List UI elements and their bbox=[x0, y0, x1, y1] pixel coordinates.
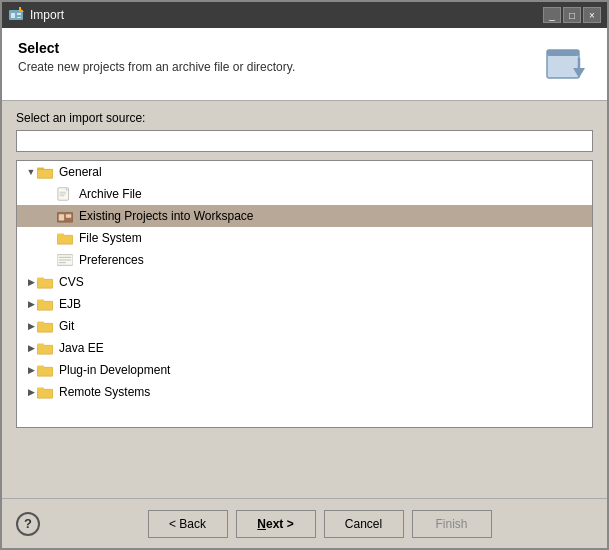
svg-rect-19 bbox=[59, 214, 64, 220]
tree-item-general[interactable]: ▼ General bbox=[17, 161, 592, 183]
header-text: Select Create new projects from an archi… bbox=[18, 40, 295, 74]
window-title: Import bbox=[30, 8, 537, 22]
window-icon bbox=[8, 7, 24, 23]
next-button[interactable]: Next > bbox=[236, 510, 316, 538]
prefs-icon bbox=[57, 253, 75, 267]
header-heading: Select bbox=[18, 40, 295, 56]
svg-rect-34 bbox=[37, 344, 44, 348]
svg-rect-7 bbox=[547, 50, 579, 56]
tree-item-java-ee[interactable]: ▶ Java EE bbox=[17, 337, 592, 359]
folder-icon-ejb bbox=[37, 297, 55, 311]
folder-icon-git bbox=[37, 319, 55, 333]
file-system-label: File System bbox=[79, 231, 142, 245]
existing-projects-label: Existing Projects into Workspace bbox=[79, 209, 254, 223]
archive-file-label: Archive File bbox=[79, 187, 142, 201]
footer-buttons: < Back Next > Cancel Finish bbox=[46, 510, 593, 538]
svg-rect-32 bbox=[37, 322, 44, 326]
tree-container: ▼ General ▶ bbox=[16, 160, 593, 428]
tree-item-ejb[interactable]: ▶ EJB bbox=[17, 293, 592, 315]
svg-rect-28 bbox=[37, 278, 44, 282]
toggle-remote-systems[interactable]: ▶ bbox=[25, 387, 37, 397]
header-section: Select Create new projects from an archi… bbox=[2, 28, 607, 101]
search-input[interactable] bbox=[16, 130, 593, 152]
workspace-icon bbox=[57, 209, 75, 223]
toggle-plugin-dev[interactable]: ▶ bbox=[25, 365, 37, 375]
svg-rect-1 bbox=[11, 13, 15, 18]
import-dialog: Import _ □ × Select Create new projects … bbox=[0, 0, 609, 550]
cancel-label: Cancel bbox=[345, 517, 382, 531]
toggle-general[interactable]: ▼ bbox=[25, 167, 37, 177]
plugin-dev-label: Plug-in Development bbox=[59, 363, 170, 377]
general-label: General bbox=[59, 165, 102, 179]
file-icon-archive bbox=[57, 187, 75, 201]
remote-systems-label: Remote Systems bbox=[59, 385, 150, 399]
content-section: Select an import source: ▼ General bbox=[2, 101, 607, 438]
tree-item-archive-file[interactable]: ▶ Archive File bbox=[17, 183, 592, 205]
tree-item-plugin-dev[interactable]: ▶ Plug-in Development bbox=[17, 359, 592, 381]
git-label: Git bbox=[59, 319, 74, 333]
cvs-label: CVS bbox=[59, 275, 84, 289]
svg-rect-5 bbox=[19, 7, 21, 12]
header-description: Create new projects from an archive file… bbox=[18, 60, 295, 74]
tree-item-preferences[interactable]: ▶ Preferences bbox=[17, 249, 592, 271]
import-icon bbox=[543, 40, 591, 88]
tree-scroll[interactable]: ▼ General ▶ bbox=[17, 161, 592, 427]
tree-item-file-system[interactable]: ▶ File System bbox=[17, 227, 592, 249]
maximize-button[interactable]: □ bbox=[563, 7, 581, 23]
finish-label: Finish bbox=[435, 517, 467, 531]
close-button[interactable]: × bbox=[583, 7, 601, 23]
svg-rect-20 bbox=[66, 214, 71, 218]
toggle-cvs[interactable]: ▶ bbox=[25, 277, 37, 287]
toggle-ejb[interactable]: ▶ bbox=[25, 299, 37, 309]
tree-item-git[interactable]: ▶ Git bbox=[17, 315, 592, 337]
footer: ? < Back Next > Cancel Finish bbox=[2, 498, 607, 548]
back-label: < Back bbox=[169, 517, 206, 531]
svg-rect-36 bbox=[37, 366, 44, 370]
folder-icon-filesystem bbox=[57, 231, 75, 245]
folder-icon-plugin-dev bbox=[37, 363, 55, 377]
help-button[interactable]: ? bbox=[16, 512, 40, 536]
svg-rect-12 bbox=[37, 169, 53, 178]
java-ee-label: Java EE bbox=[59, 341, 104, 355]
footer-spacer bbox=[2, 438, 607, 498]
window-controls: _ □ × bbox=[543, 7, 601, 23]
svg-rect-30 bbox=[37, 300, 44, 304]
titlebar: Import _ □ × bbox=[2, 2, 607, 28]
folder-icon-cvs bbox=[37, 275, 55, 289]
folder-icon-java-ee bbox=[37, 341, 55, 355]
svg-rect-3 bbox=[17, 17, 21, 18]
tree-item-existing-projects[interactable]: ▶ Existing Projects into Workspace bbox=[17, 205, 592, 227]
svg-rect-2 bbox=[17, 13, 21, 15]
svg-rect-22 bbox=[57, 234, 64, 238]
folder-icon-general bbox=[37, 165, 55, 179]
toggle-java-ee[interactable]: ▶ bbox=[25, 343, 37, 353]
svg-rect-38 bbox=[37, 388, 44, 392]
preferences-label: Preferences bbox=[79, 253, 144, 267]
finish-button[interactable]: Finish bbox=[412, 510, 492, 538]
back-button[interactable]: < Back bbox=[148, 510, 228, 538]
footer-left: ? bbox=[16, 512, 46, 536]
tree-item-remote-systems[interactable]: ▶ Remote Systems bbox=[17, 381, 592, 403]
section-label: Select an import source: bbox=[16, 111, 593, 125]
minimize-button[interactable]: _ bbox=[543, 7, 561, 23]
next-label: Next > bbox=[257, 517, 293, 531]
toggle-git[interactable]: ▶ bbox=[25, 321, 37, 331]
tree-item-cvs[interactable]: ▶ CVS bbox=[17, 271, 592, 293]
ejb-label: EJB bbox=[59, 297, 81, 311]
cancel-button[interactable]: Cancel bbox=[324, 510, 404, 538]
folder-icon-remote-systems bbox=[37, 385, 55, 399]
